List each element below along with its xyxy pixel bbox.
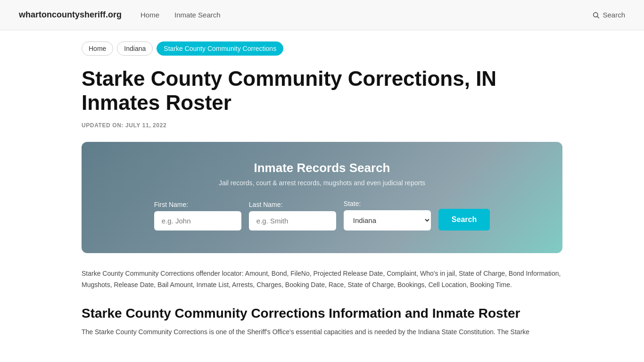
section-title: Starke County Community Corrections Info… [82, 306, 562, 321]
description-text: Starke County Community Corrections offe… [82, 268, 562, 291]
first-name-label: First Name: [154, 201, 188, 208]
state-label: State: [344, 200, 361, 207]
state-select[interactable]: AlabamaAlaskaArizonaArkansasCaliforniaCo… [344, 210, 431, 230]
nav-inmate-search-link[interactable]: Inmate Search [174, 11, 221, 19]
breadcrumb: Home Indiana Starke County Community Cor… [82, 41, 562, 56]
last-name-label: Last Name: [249, 201, 283, 208]
nav-home-link[interactable]: Home [140, 11, 159, 19]
first-name-group: First Name: [154, 201, 241, 230]
breadcrumb-indiana[interactable]: Indiana [117, 41, 153, 56]
search-icon [592, 11, 600, 19]
first-name-input[interactable] [154, 211, 241, 230]
main-content: Home Indiana Starke County Community Cor… [63, 30, 581, 357]
search-card-subtitle: Jail records, court & arrest records, mu… [104, 179, 540, 187]
breadcrumb-home[interactable]: Home [82, 41, 113, 56]
header-search-label: Search [603, 11, 625, 19]
breadcrumb-current[interactable]: Starke County Community Corrections [157, 41, 283, 56]
state-group: State: AlabamaAlaskaArizonaArkansasCalif… [344, 200, 431, 230]
page-title: Starke County Community Corrections, IN … [82, 67, 562, 115]
search-form: First Name: Last Name: State: AlabamaAla… [104, 200, 540, 230]
main-nav: Home Inmate Search [140, 11, 573, 19]
site-header: whartoncountysheriff.org Home Inmate Sea… [0, 0, 644, 30]
svg-point-0 [594, 12, 598, 16]
search-button[interactable]: Search [438, 209, 490, 230]
section-body: The Starke County Community Corrections … [82, 327, 562, 338]
svg-line-1 [597, 16, 599, 18]
last-name-input[interactable] [249, 211, 336, 230]
search-card-title: Inmate Records Search [104, 161, 540, 175]
site-logo[interactable]: whartoncountysheriff.org [19, 10, 122, 20]
search-card: Inmate Records Search Jail records, cour… [82, 142, 562, 253]
header-search[interactable]: Search [592, 11, 625, 19]
updated-label: UPDATED ON: JULY 11, 2022 [82, 122, 562, 129]
last-name-group: Last Name: [249, 201, 336, 230]
